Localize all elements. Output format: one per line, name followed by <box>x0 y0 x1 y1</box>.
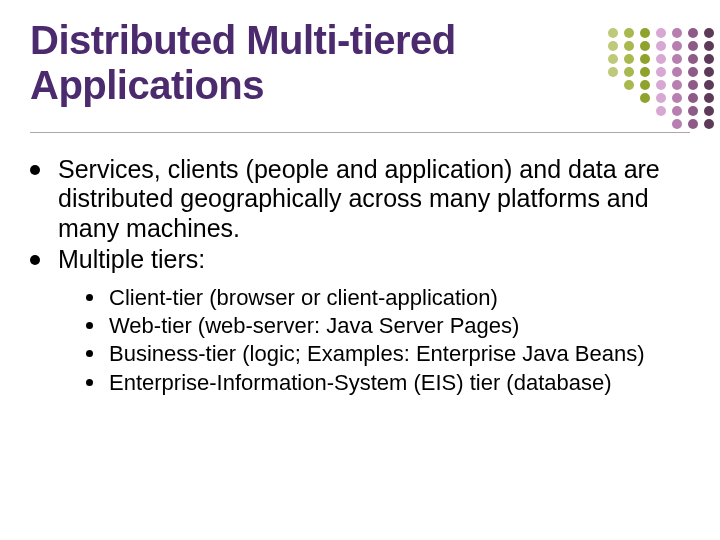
deco-dot <box>672 106 682 116</box>
deco-dot <box>640 93 650 103</box>
deco-dot <box>624 28 634 38</box>
deco-dot <box>640 28 650 38</box>
deco-column <box>624 28 634 90</box>
deco-dot <box>656 28 666 38</box>
bullet-text: Multiple tiers: <box>58 245 205 275</box>
deco-column <box>688 28 698 129</box>
deco-dot <box>704 67 714 77</box>
bullet-icon <box>86 322 93 329</box>
deco-dot <box>640 80 650 90</box>
deco-dot <box>704 28 714 38</box>
deco-dot <box>608 67 618 77</box>
deco-dot <box>688 80 698 90</box>
deco-column <box>656 28 666 116</box>
bullet-icon <box>30 165 40 175</box>
deco-dot <box>608 54 618 64</box>
bullet-icon <box>86 379 93 386</box>
sub-bullet-list: Client-tier (browser or client-applicati… <box>86 285 690 397</box>
deco-dot <box>704 80 714 90</box>
bullet-icon <box>86 350 93 357</box>
slide-body: Services, clients (people and applicatio… <box>30 155 690 397</box>
deco-dot <box>688 119 698 129</box>
deco-dot <box>608 28 618 38</box>
bullet-level2: Client-tier (browser or client-applicati… <box>86 285 690 311</box>
deco-dot <box>688 106 698 116</box>
deco-dot <box>672 93 682 103</box>
deco-dot <box>656 80 666 90</box>
deco-dot <box>704 93 714 103</box>
deco-dot <box>688 67 698 77</box>
bullet-level2: Enterprise-Information-System (EIS) tier… <box>86 370 690 396</box>
deco-dot <box>640 41 650 51</box>
deco-dot <box>656 54 666 64</box>
deco-dot <box>688 28 698 38</box>
deco-dot <box>640 67 650 77</box>
deco-dot <box>624 54 634 64</box>
deco-dot <box>624 41 634 51</box>
deco-dot <box>688 54 698 64</box>
deco-dot <box>704 54 714 64</box>
deco-dot <box>704 41 714 51</box>
bullet-text: Web-tier (web-server: Java Server Pages) <box>109 313 519 339</box>
bullet-text: Enterprise-Information-System (EIS) tier… <box>109 370 612 396</box>
deco-dot <box>672 67 682 77</box>
deco-dot <box>624 67 634 77</box>
title-rule <box>30 132 690 133</box>
deco-column <box>672 28 682 129</box>
deco-dot <box>704 106 714 116</box>
dot-decoration <box>584 28 714 138</box>
deco-column <box>704 28 714 129</box>
deco-dot <box>672 80 682 90</box>
deco-dot <box>672 41 682 51</box>
deco-dot <box>624 80 634 90</box>
deco-dot <box>656 106 666 116</box>
bullet-text: Client-tier (browser or client-applicati… <box>109 285 498 311</box>
bullet-level1: Services, clients (people and applicatio… <box>30 155 690 244</box>
deco-column <box>608 28 618 77</box>
bullet-level1: Multiple tiers: <box>30 245 690 275</box>
deco-dot <box>656 67 666 77</box>
deco-dot <box>672 119 682 129</box>
bullet-text: Services, clients (people and applicatio… <box>58 155 690 244</box>
bullet-level2: Business-tier (logic; Examples: Enterpri… <box>86 341 690 367</box>
deco-dot <box>656 41 666 51</box>
deco-dot <box>688 41 698 51</box>
bullet-icon <box>86 294 93 301</box>
deco-column <box>640 28 650 103</box>
deco-dot <box>640 54 650 64</box>
deco-dot <box>688 93 698 103</box>
deco-dot <box>672 28 682 38</box>
deco-dot <box>672 54 682 64</box>
bullet-icon <box>30 255 40 265</box>
deco-dot <box>608 41 618 51</box>
slide: Distributed Multi-tiered Applications Se… <box>0 0 720 540</box>
bullet-text: Business-tier (logic; Examples: Enterpri… <box>109 341 645 367</box>
bullet-level2: Web-tier (web-server: Java Server Pages) <box>86 313 690 339</box>
deco-dot <box>704 119 714 129</box>
deco-dot <box>656 93 666 103</box>
slide-title: Distributed Multi-tiered Applications <box>30 18 570 108</box>
